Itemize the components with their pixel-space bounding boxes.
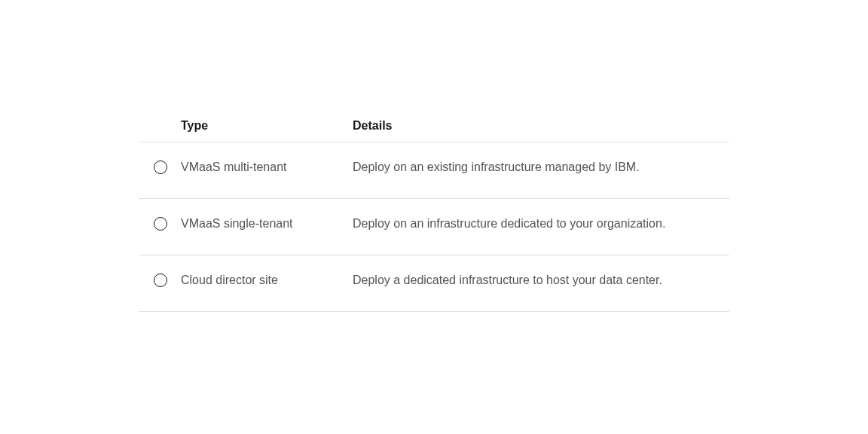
details-cell: Deploy a dedicated infrastructure to hos…: [353, 272, 729, 289]
radio-button[interactable]: [154, 160, 167, 174]
table-row: VMaaS single-tenant Deploy on an infrast…: [139, 199, 729, 255]
table-row: Cloud director site Deploy a dedicated i…: [139, 255, 729, 312]
table-header-row: Type Details: [139, 119, 729, 142]
type-cell: VMaaS single-tenant: [181, 215, 353, 232]
header-radio-spacer: [139, 119, 181, 133]
radio-cell: [139, 159, 181, 177]
details-cell: Deploy on an existing infrastructure man…: [353, 159, 729, 176]
table-row: VMaaS multi-tenant Deploy on an existing…: [139, 142, 729, 199]
radio-cell: [139, 272, 181, 290]
header-details: Details: [353, 119, 729, 133]
header-type: Type: [181, 119, 353, 133]
radio-button[interactable]: [154, 217, 167, 231]
radio-cell: [139, 215, 181, 234]
radio-button[interactable]: [154, 274, 167, 287]
type-cell: Cloud director site: [181, 272, 353, 289]
deployment-options-table: Type Details VMaaS multi-tenant Deploy o…: [139, 119, 729, 312]
details-cell: Deploy on an infrastructure dedicated to…: [353, 215, 729, 232]
type-cell: VMaaS multi-tenant: [181, 159, 353, 176]
